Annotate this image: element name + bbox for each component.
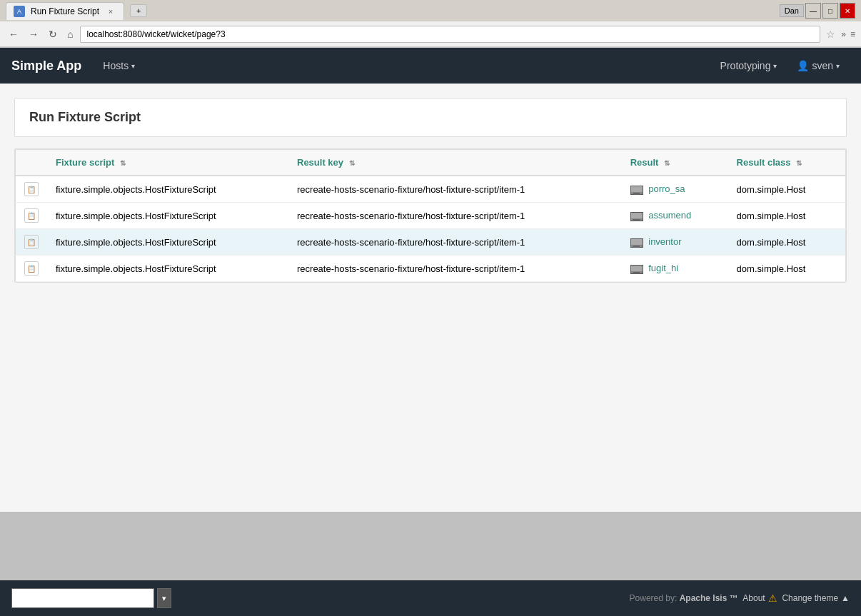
address-bar: ← → ↻ ⌂ ☆ » ≡ bbox=[0, 21, 861, 47]
change-theme-link[interactable]: Change theme ▲ bbox=[782, 593, 850, 603]
result-class-cell: dom.simple.Host bbox=[728, 176, 846, 203]
prototyping-label: Prototyping bbox=[720, 60, 771, 71]
result-key-cell: recreate-hosts-scenario-fixture/host-fix… bbox=[288, 229, 622, 256]
col-result-key[interactable]: Result key ⇅ bbox=[288, 150, 622, 176]
results-table-wrapper: Fixture script ⇅ Result key ⇅ Result ⇅ R… bbox=[14, 148, 847, 283]
result-link[interactable]: assumend bbox=[648, 210, 691, 221]
page-title: Run Fixture Script bbox=[29, 110, 832, 125]
col-result[interactable]: Result ⇅ bbox=[622, 150, 728, 176]
row-icon-cell: 📋 bbox=[16, 203, 48, 229]
table-row: 📋 fixture.simple.objects.HostFixtureScri… bbox=[16, 176, 846, 203]
result-key-cell: recreate-hosts-scenario-fixture/host-fix… bbox=[288, 176, 622, 203]
tab-icon: A bbox=[14, 6, 25, 17]
col-fixture-script[interactable]: Fixture script ⇅ bbox=[47, 150, 288, 176]
app-brand: Simple App bbox=[11, 59, 81, 74]
result-cell: fugit_hi bbox=[622, 256, 728, 282]
hosts-nav-item[interactable]: Hosts ▾ bbox=[93, 48, 145, 84]
fixture-script-cell: fixture.simple.objects.HostFixtureScript bbox=[47, 229, 288, 256]
result-cell: inventor bbox=[622, 229, 728, 256]
home-button[interactable]: ⌂ bbox=[64, 27, 76, 41]
about-link[interactable]: About ⚠ bbox=[742, 592, 777, 604]
footer-apache-text: Apache Isis ™ bbox=[680, 593, 738, 603]
table-header-row: Fixture script ⇅ Result key ⇅ Result ⇅ R… bbox=[16, 150, 846, 176]
user-nav-item[interactable]: 👤 sven ▾ bbox=[787, 48, 850, 84]
minimize-button[interactable]: — bbox=[805, 3, 821, 19]
result-class-cell: dom.simple.Host bbox=[728, 229, 846, 256]
maximize-button[interactable]: □ bbox=[822, 3, 838, 19]
bookmark-icon[interactable]: ☆ bbox=[825, 27, 837, 41]
result-cell: assumend bbox=[622, 203, 728, 229]
app-navbar: Simple App Hosts ▾ Prototyping ▾ 👤 sven … bbox=[0, 48, 861, 84]
result-link[interactable]: porro_sa bbox=[648, 183, 685, 194]
page-header: Run Fixture Script bbox=[14, 98, 847, 137]
user-caret-icon: ▾ bbox=[836, 62, 840, 70]
footer-input-area: ▾ bbox=[11, 588, 171, 608]
tab-title: Run Fixture Script bbox=[31, 6, 99, 16]
result-key-cell: recreate-hosts-scenario-fixture/host-fix… bbox=[288, 256, 622, 282]
fixture-script-cell: fixture.simple.objects.HostFixtureScript bbox=[47, 203, 288, 229]
browser-tab[interactable]: A Run Fixture Script × bbox=[6, 2, 124, 20]
result-class-cell: dom.simple.Host bbox=[728, 256, 846, 282]
theme-caret-icon: ▲ bbox=[841, 593, 850, 603]
close-button[interactable]: ✕ bbox=[840, 3, 855, 19]
main-content: Run Fixture Script Fixture script ⇅ Resu… bbox=[0, 84, 861, 512]
extensions-button[interactable]: » bbox=[841, 29, 846, 39]
footer: ▾ Powered by: Apache Isis ™ About ⚠ Chan… bbox=[0, 580, 861, 616]
url-input[interactable] bbox=[80, 26, 820, 43]
fixture-script-cell: fixture.simple.objects.HostFixtureScript bbox=[47, 256, 288, 282]
footer-search-input[interactable] bbox=[11, 588, 154, 608]
result-link[interactable]: fugit_hi bbox=[648, 263, 678, 273]
col-result-class[interactable]: Result class ⇅ bbox=[728, 150, 846, 176]
sort-icon-result-class: ⇅ bbox=[796, 159, 802, 167]
row-icon-cell: 📋 bbox=[16, 229, 48, 256]
footer-powered-text: Powered by: bbox=[630, 593, 678, 603]
row-icon: 📋 bbox=[24, 208, 39, 223]
tab-close-button[interactable]: × bbox=[105, 6, 116, 17]
results-table: Fixture script ⇅ Result key ⇅ Result ⇅ R… bbox=[15, 149, 846, 282]
forward-button[interactable]: → bbox=[26, 27, 41, 41]
user-icon: 👤 bbox=[797, 60, 809, 71]
sort-icon-result-key: ⇅ bbox=[349, 159, 355, 167]
user-label: sven bbox=[812, 60, 833, 71]
result-link[interactable]: inventor bbox=[648, 236, 681, 247]
row-icon-cell: 📋 bbox=[16, 256, 48, 282]
table-row: 📋 fixture.simple.objects.HostFixtureScri… bbox=[16, 203, 846, 229]
change-theme-label: Change theme bbox=[782, 593, 838, 603]
user-badge: Dan bbox=[780, 4, 804, 17]
new-tab-button[interactable]: + bbox=[130, 4, 147, 17]
back-button[interactable]: ← bbox=[6, 27, 21, 41]
table-row: 📋 fixture.simple.objects.HostFixtureScri… bbox=[16, 229, 846, 256]
row-icon: 📋 bbox=[24, 182, 39, 196]
about-label: About bbox=[742, 593, 765, 603]
table-row: 📋 fixture.simple.objects.HostFixtureScri… bbox=[16, 256, 846, 282]
prototyping-caret-icon: ▾ bbox=[773, 62, 777, 70]
fixture-script-cell: fixture.simple.objects.HostFixtureScript bbox=[47, 176, 288, 203]
col-icon bbox=[16, 150, 48, 176]
row-icon-cell: 📋 bbox=[16, 176, 48, 203]
prototyping-nav-item[interactable]: Prototyping ▾ bbox=[710, 48, 787, 84]
result-cell: porro_sa bbox=[622, 176, 728, 203]
result-key-cell: recreate-hosts-scenario-fixture/host-fix… bbox=[288, 203, 622, 229]
row-icon: 📋 bbox=[24, 261, 39, 276]
browser-menu-button[interactable]: ≡ bbox=[850, 29, 855, 39]
hosts-caret-icon: ▾ bbox=[131, 62, 135, 70]
sort-icon-result: ⇅ bbox=[664, 159, 670, 167]
refresh-button[interactable]: ↻ bbox=[46, 27, 60, 41]
result-class-cell: dom.simple.Host bbox=[728, 203, 846, 229]
hosts-label: Hosts bbox=[103, 60, 129, 71]
row-icon: 📋 bbox=[24, 235, 39, 249]
footer-dropdown-button[interactable]: ▾ bbox=[157, 588, 171, 608]
about-warning-icon: ⚠ bbox=[768, 592, 777, 604]
sort-icon-fixture: ⇅ bbox=[120, 159, 126, 167]
